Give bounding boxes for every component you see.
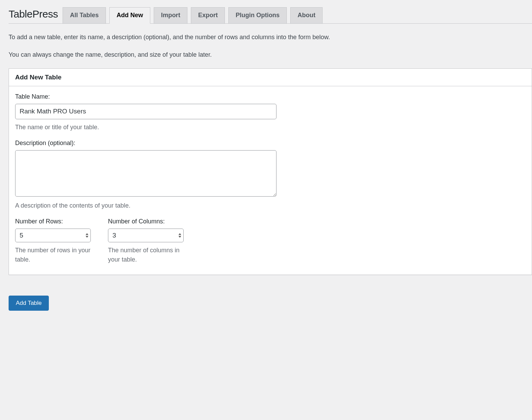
cols-input[interactable] — [108, 229, 184, 242]
table-name-input[interactable] — [15, 104, 276, 119]
description-help: A description of the contents of your ta… — [15, 201, 525, 210]
description-group: Description (optional): A description of… — [15, 140, 525, 210]
rows-help: The number of rows in your table. — [15, 246, 91, 264]
tab-export[interactable]: Export — [191, 7, 225, 24]
description-input[interactable] — [15, 150, 276, 197]
rows-group: Number of Rows: The number of rows in yo… — [15, 218, 91, 264]
add-table-button[interactable]: Add Table — [9, 296, 49, 311]
nav-tabs: All Tables Add New Import Export Plugin … — [63, 7, 323, 24]
intro-text: To add a new table, enter its name, a de… — [9, 33, 532, 59]
cols-help: The number of columns in your table. — [108, 246, 184, 264]
table-name-help: The name or title of your table. — [15, 123, 525, 132]
rows-label: Number of Rows: — [15, 218, 91, 225]
tab-all-tables[interactable]: All Tables — [63, 7, 106, 24]
table-name-label: Table Name: — [15, 93, 525, 100]
panel-body: Table Name: The name or title of your ta… — [9, 86, 532, 275]
panel-header: Add New Table — [9, 69, 532, 86]
tab-import[interactable]: Import — [154, 7, 187, 24]
intro-line-1: To add a new table, enter its name, a de… — [9, 33, 532, 42]
submit-row: Add Table — [9, 296, 532, 311]
tab-plugin-options[interactable]: Plugin Options — [228, 7, 287, 24]
rows-stepper-icon[interactable] — [85, 233, 89, 237]
rows-input[interactable] — [15, 229, 91, 242]
rows-cols-row: Number of Rows: The number of rows in yo… — [15, 218, 525, 264]
description-label: Description (optional): — [15, 140, 525, 147]
table-name-group: Table Name: The name or title of your ta… — [15, 93, 525, 132]
cols-label: Number of Columns: — [108, 218, 184, 225]
panel-heading: Add New Table — [15, 74, 525, 81]
intro-line-2: You can always change the name, descript… — [9, 50, 532, 59]
cols-stepper-icon[interactable] — [178, 233, 182, 237]
add-new-table-panel: Add New Table Table Name: The name or ti… — [9, 68, 532, 275]
page-header: TablePress All Tables Add New Import Exp… — [9, 7, 532, 24]
tab-add-new[interactable]: Add New — [109, 7, 150, 24]
page-title: TablePress — [9, 7, 63, 23]
tab-about[interactable]: About — [290, 7, 323, 24]
cols-group: Number of Columns: The number of columns… — [108, 218, 184, 264]
